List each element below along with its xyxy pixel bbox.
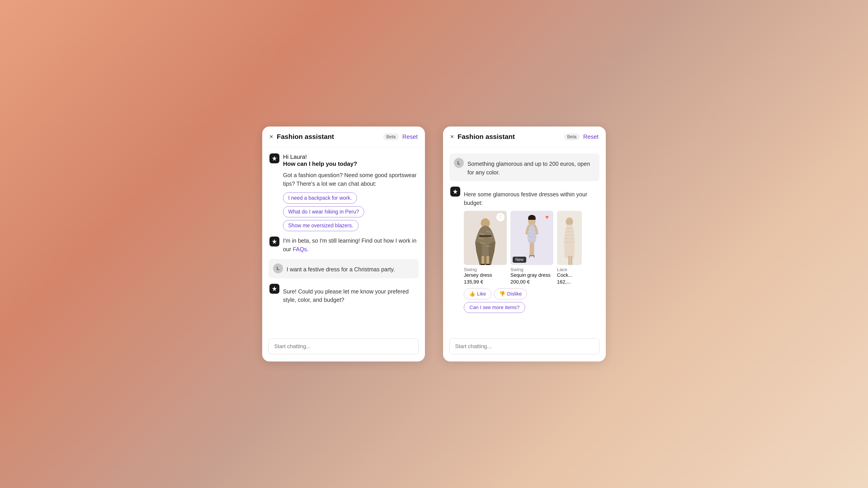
thumbs-up-icon: 👍 [469, 291, 475, 297]
more-items-row: Can I see more items? [464, 299, 598, 313]
beta-message-content: I'm in beta, so I'm still learning! Find… [283, 236, 418, 254]
ai-response-style: Sure! Could you please let me know your … [270, 284, 418, 304]
user-message-text: I want a festive dress for a Christmas p… [287, 263, 414, 274]
svg-rect-10 [481, 264, 485, 265]
svg-point-23 [530, 239, 531, 240]
ai-response-content: Sure! Could you please let me know your … [283, 284, 418, 304]
heart-icon-1: ♡ [498, 214, 503, 220]
ai-icon-3 [272, 286, 277, 292]
ai-products-message: Here some glamorous festive dresses with… [450, 187, 598, 313]
svg-point-18 [533, 232, 534, 232]
product-brand-3: Lace [557, 267, 582, 272]
svg-rect-33 [568, 256, 570, 265]
user-message-festive: L I want a festive dress for a Christmas… [269, 259, 418, 278]
svg-point-19 [529, 235, 530, 236]
ai-avatar-2 [270, 236, 279, 247]
ai-greeting-message: Hi Laura! How can I help you today? Got … [270, 153, 418, 231]
greeting-body: Got a fashion question? Need some good s… [283, 171, 418, 188]
svg-rect-7 [479, 235, 491, 237]
more-items-button[interactable]: Can I see more items? [464, 302, 525, 313]
svg-point-24 [532, 238, 533, 239]
suggestion-chips: I need a backpack for work. What do I we… [283, 193, 418, 231]
left-input-area [262, 334, 425, 361]
right-panel-title: Fashion assistant [458, 133, 560, 140]
chip-blazers[interactable]: Show me oversized blazers. [283, 220, 359, 231]
right-chat-input[interactable] [450, 338, 599, 354]
ai-beta-message: I'm in beta, so I'm still learning! Find… [270, 236, 418, 254]
heart-btn-1[interactable]: ♡ [496, 213, 504, 221]
greeting-text: Hi Laura! How can I help you today? [283, 153, 418, 167]
user-glamorous-content: Something glamorous and up to 200 euros,… [467, 158, 595, 177]
product-image-2: ♥ New [510, 211, 553, 265]
product-name-3: Cock... [557, 272, 582, 278]
svg-rect-31 [534, 256, 534, 258]
beta-message-text: I'm in beta, so I'm still learning! Find… [283, 236, 418, 254]
svg-point-15 [533, 228, 534, 229]
svg-rect-9 [487, 256, 489, 265]
right-chat-panel: × Fashion assistant Beta Reset L Somethi… [443, 127, 606, 361]
product-price-3: 162,... [557, 279, 582, 285]
product-name-2: Sequin gray dress [510, 272, 553, 278]
product-price-2: 200,00 € [510, 279, 553, 285]
right-close-button[interactable]: × [450, 133, 454, 140]
ai-products-text: Here some glamorous festive dresses with… [464, 190, 598, 207]
thumbs-down-icon: 👎 [499, 291, 505, 297]
ai-icon [272, 156, 277, 161]
left-panel-header: × Fashion assistant Beta Reset [262, 127, 425, 147]
chip-backpack[interactable]: I need a backpack for work. [283, 193, 357, 203]
svg-point-14 [532, 227, 532, 228]
left-chat-input[interactable] [269, 338, 418, 354]
svg-rect-27 [532, 242, 534, 256]
messages-area-left: Hi Laura! How can I help you today? Got … [262, 147, 425, 334]
heart-icon-2: ♥ [545, 214, 549, 221]
panel-title: Fashion assistant [277, 133, 379, 140]
reset-button[interactable]: Reset [402, 133, 418, 140]
product-name-1: Jersey dress [464, 272, 507, 278]
product-card-1: ♡ Swing Jersey dress 135,99 € [464, 211, 507, 285]
like-button[interactable]: 👍 Like [464, 289, 491, 299]
svg-rect-30 [529, 256, 530, 258]
ai-avatar [270, 153, 279, 163]
ai-products-content: Here some glamorous festive dresses with… [464, 187, 598, 313]
new-badge: New [513, 257, 526, 263]
svg-rect-34 [570, 256, 572, 265]
chip-hiking[interactable]: What do I wear hiking in Peru? [283, 206, 364, 217]
svg-point-21 [533, 235, 534, 236]
svg-rect-8 [482, 256, 484, 265]
left-chat-panel: × Fashion assistant Beta Reset Hi Laura!… [262, 127, 425, 361]
svg-point-16 [529, 231, 530, 232]
faqs-link[interactable]: FAQs [293, 246, 307, 252]
product-brand-2: Swing [510, 267, 553, 272]
svg-point-13 [530, 228, 531, 229]
svg-point-22 [528, 238, 529, 239]
user-glamorous-text: Something glamorous and up to 200 euros,… [467, 158, 595, 177]
user-message-content: I want a festive dress for a Christmas p… [287, 263, 414, 274]
ai-icon-2 [272, 238, 277, 245]
beta-badge: Beta [383, 133, 399, 140]
action-row: 👍 Like 👎 Dislike [464, 289, 598, 299]
dislike-button[interactable]: 👎 Dislike [494, 289, 527, 299]
right-reset-button[interactable]: Reset [583, 133, 598, 140]
right-ai-icon [452, 189, 458, 195]
messages-area-right: L Something glamorous and up to 200 euro… [443, 147, 606, 334]
product-card-2: ♥ New Swing Sequin gray dress 200,00 € [510, 211, 553, 285]
ai-avatar-3 [270, 284, 279, 294]
heart-btn-2[interactable]: ♥ [543, 213, 551, 221]
dress-visual-3 [557, 211, 582, 265]
svg-point-17 [531, 230, 532, 231]
product-price-1: 135,99 € [464, 279, 507, 285]
ai-response-text: Sure! Could you please let me know your … [283, 287, 418, 304]
svg-point-25 [535, 239, 535, 240]
svg-rect-11 [486, 264, 490, 265]
product-card-3: Lace Cock... 162,... [557, 211, 582, 285]
right-input-area [443, 334, 606, 361]
user-avatar: L [273, 263, 283, 273]
close-button[interactable]: × [270, 133, 273, 140]
product-brand-1: Swing [464, 267, 507, 272]
right-panel-header: × Fashion assistant Beta Reset [443, 127, 606, 147]
product-image-3 [557, 211, 582, 265]
product-cards: ♡ Swing Jersey dress 135,99 € [464, 211, 598, 285]
user-message-glamorous: L Something glamorous and up to 200 euro… [450, 153, 599, 181]
product-image-1: ♡ [464, 211, 507, 265]
svg-point-20 [531, 234, 532, 234]
